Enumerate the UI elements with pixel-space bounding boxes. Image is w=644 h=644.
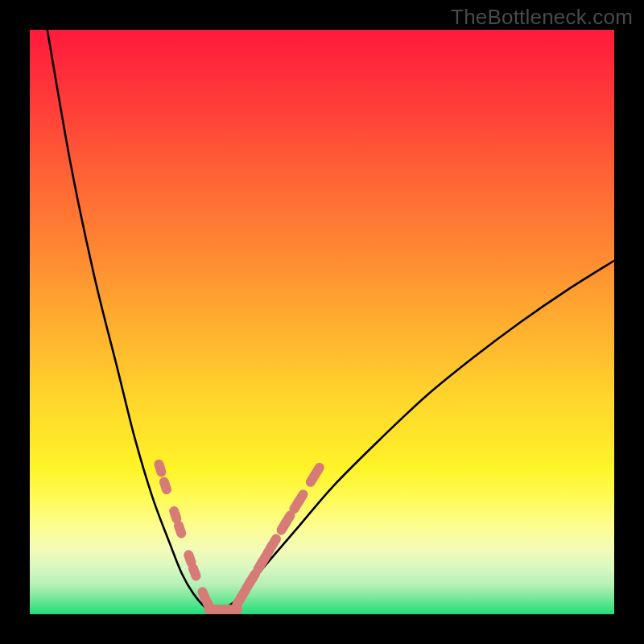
curve-right-branch: [217, 261, 614, 614]
watermark-text: TheBottleneck.com: [451, 5, 633, 30]
bottleneck-curve: [47, 30, 614, 614]
curve-marker: [153, 458, 167, 478]
chart-plot-area: [30, 30, 614, 614]
chart-svg-layer: [30, 30, 614, 614]
curve-left-branch: [47, 30, 217, 614]
curve-markers: [153, 458, 326, 614]
curve-marker: [158, 476, 172, 496]
